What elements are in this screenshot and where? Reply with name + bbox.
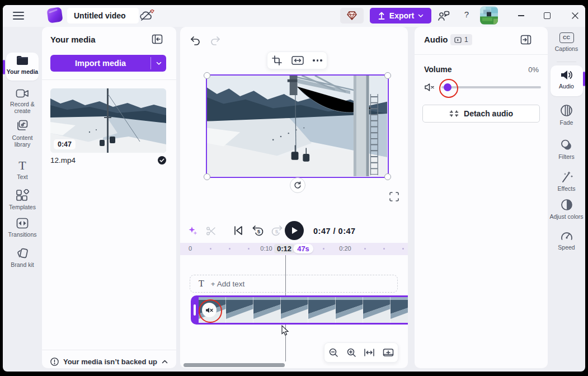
video-preview[interactable] bbox=[206, 74, 389, 178]
fit-timeline-icon[interactable] bbox=[364, 348, 375, 357]
sidebar-label: Templates bbox=[9, 204, 36, 210]
sidebar-item-speed[interactable]: Speed bbox=[548, 230, 585, 251]
divider bbox=[42, 350, 176, 350]
clip-trim-handle-left[interactable] bbox=[194, 304, 196, 316]
clip-muted-icon[interactable] bbox=[202, 303, 217, 317]
volume-label: Volume bbox=[424, 65, 452, 74]
divider bbox=[415, 54, 548, 55]
sidebar-item-filters[interactable]: Filters bbox=[548, 139, 585, 160]
export-button[interactable]: Export bbox=[370, 8, 431, 24]
app-window: Untitled video Export ? bbox=[3, 5, 585, 372]
timeline-ruler[interactable]: 0 0:10 0:12 47s 0:20 bbox=[180, 243, 408, 255]
account-avatar[interactable] bbox=[480, 6, 498, 25]
ai-sparkle-icon[interactable] bbox=[188, 226, 198, 238]
sidebar-label: Speed bbox=[558, 244, 575, 251]
add-text-track[interactable]: T + Add text bbox=[190, 275, 398, 293]
time-display: 0:47 / 0:47 bbox=[313, 227, 356, 236]
resize-handle-se[interactable] bbox=[384, 173, 391, 180]
crop-icon[interactable] bbox=[272, 55, 282, 65]
fade-icon bbox=[560, 104, 573, 117]
sidebar-item-text[interactable]: T Text bbox=[3, 160, 42, 180]
templates-icon bbox=[16, 189, 29, 201]
zoom-out-icon[interactable] bbox=[328, 347, 338, 358]
sidebar-item-record-create[interactable]: Record & create bbox=[3, 88, 42, 114]
volume-mute-icon[interactable] bbox=[425, 83, 435, 94]
sidebar-item-audio[interactable]: Audio bbox=[548, 69, 585, 90]
play-button[interactable] bbox=[285, 221, 304, 240]
split-scissors-icon[interactable] bbox=[206, 226, 216, 236]
audio-properties-panel: Audio 1 Volume 0% Detach audio bbox=[415, 27, 548, 368]
sidebar-item-templates[interactable]: Templates bbox=[3, 189, 42, 210]
help-label: ? bbox=[464, 10, 469, 19]
divider bbox=[557, 62, 576, 62]
media-clip-row: 12.mp4 bbox=[50, 156, 166, 164]
svg-text:5: 5 bbox=[257, 229, 260, 234]
video-title-text: Untitled video bbox=[74, 11, 126, 20]
minimize-button[interactable] bbox=[512, 10, 529, 22]
volume-slider-track[interactable] bbox=[441, 86, 541, 88]
watermark-off-icon[interactable] bbox=[139, 9, 156, 26]
synced-check-icon bbox=[158, 156, 166, 164]
forward-5s-icon[interactable]: 5 bbox=[271, 225, 283, 238]
resize-handle-nw[interactable] bbox=[204, 72, 210, 79]
right-nav-active-indicator bbox=[583, 72, 585, 86]
fit-frame-icon[interactable] bbox=[291, 56, 304, 65]
skip-to-start-icon[interactable] bbox=[233, 225, 243, 236]
help-button[interactable]: ? bbox=[462, 10, 472, 19]
ruler-tick: 0:10 bbox=[260, 245, 272, 252]
resize-handle-ne[interactable] bbox=[384, 72, 391, 79]
rotate-handle[interactable] bbox=[290, 177, 305, 193]
title-bar: Untitled video Export ? bbox=[3, 5, 585, 27]
collapse-panel-icon[interactable] bbox=[152, 34, 163, 44]
sidebar-label: Fade bbox=[560, 119, 573, 126]
clipchamp-logo bbox=[46, 7, 63, 23]
import-media-button[interactable]: Import media bbox=[50, 55, 166, 72]
fullscreen-icon[interactable] bbox=[389, 192, 399, 201]
sidebar-item-transitions[interactable]: Transitions bbox=[3, 218, 42, 238]
element-toolbar bbox=[267, 51, 327, 69]
expand-timeline-icon[interactable] bbox=[383, 347, 394, 358]
sidebar-item-captions[interactable]: CC Captions bbox=[548, 32, 585, 52]
detach-audio-icon bbox=[449, 110, 459, 118]
sidebar-item-content-library[interactable]: Content library bbox=[3, 120, 42, 148]
brand-kit-icon bbox=[16, 248, 29, 259]
clip-filmstrip bbox=[199, 297, 408, 323]
volume-value: 0% bbox=[528, 65, 539, 74]
video-title-input[interactable]: Untitled video bbox=[67, 8, 139, 24]
backup-status-row[interactable]: Your media isn’t backed up bbox=[42, 355, 176, 368]
info-icon bbox=[50, 358, 59, 366]
close-button[interactable] bbox=[567, 10, 584, 22]
sidebar-item-adjust-colors[interactable]: Adjust colors bbox=[548, 199, 585, 220]
volume-slider-thumb[interactable] bbox=[444, 83, 451, 91]
add-text-label: + Add text bbox=[211, 280, 244, 288]
collapse-panel-right-icon[interactable] bbox=[520, 35, 531, 45]
redo-button[interactable] bbox=[210, 36, 221, 46]
sidebar-label: Filters bbox=[558, 153, 575, 160]
sidebar-label: Audio bbox=[559, 83, 574, 90]
timeline-video-clip[interactable] bbox=[191, 295, 408, 325]
maximize-button[interactable] bbox=[539, 10, 556, 22]
upgrade-gem-button[interactable] bbox=[340, 8, 364, 24]
audio-icon bbox=[560, 69, 573, 81]
share-feedback-icon[interactable] bbox=[438, 10, 450, 21]
import-options-chevron[interactable] bbox=[151, 55, 166, 72]
undo-button[interactable] bbox=[190, 36, 201, 46]
sidebar-item-brand-kit[interactable]: Brand kit bbox=[3, 248, 42, 268]
timeline-scrollbar[interactable] bbox=[184, 363, 285, 367]
sidebar-item-fade[interactable]: Fade bbox=[548, 104, 585, 126]
rewind-5s-icon[interactable]: 5 bbox=[252, 225, 264, 238]
resize-handle-sw[interactable] bbox=[204, 173, 210, 180]
hamburger-menu-icon[interactable] bbox=[12, 10, 25, 21]
media-clip-thumbnail[interactable]: 0:47 bbox=[50, 88, 166, 153]
chevron-down-icon bbox=[156, 62, 162, 65]
transitions-icon bbox=[16, 218, 29, 229]
detach-audio-button[interactable]: Detach audio bbox=[422, 105, 540, 123]
gem-icon bbox=[347, 11, 357, 20]
sidebar-item-your-media[interactable]: Your media bbox=[3, 55, 42, 75]
sidebar-item-effects[interactable]: Effects bbox=[548, 171, 585, 192]
export-arrow-icon bbox=[378, 12, 385, 20]
clip-count: 1 bbox=[464, 36, 468, 44]
zoom-in-icon[interactable] bbox=[346, 347, 356, 358]
more-options-icon[interactable] bbox=[313, 59, 322, 62]
sidebar-label: Transitions bbox=[8, 231, 37, 238]
